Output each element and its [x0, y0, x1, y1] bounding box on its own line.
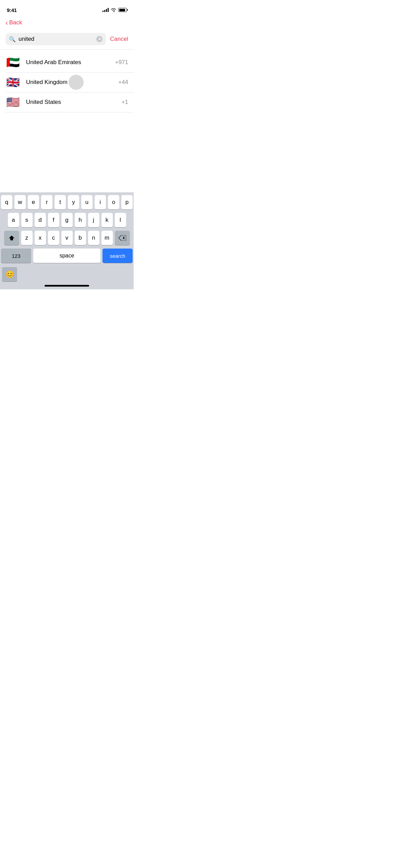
signal-icon [102, 8, 109, 12]
country-code-uk: +44 [118, 79, 128, 86]
search-key[interactable]: search [102, 249, 133, 263]
back-label: Back [9, 19, 22, 26]
search-area: 🔍 ✕ Cancel [0, 30, 134, 48]
back-button[interactable]: ‹ Back [5, 19, 22, 27]
cancel-button[interactable]: Cancel [110, 36, 128, 43]
keyboard: q w e r t y u i o p a s d f g h j k l z … [0, 192, 134, 289]
country-item-uae[interactable]: 🇦🇪 United Arab Emirates +971 [0, 52, 134, 72]
flag-us: 🇺🇸 [5, 97, 21, 108]
country-name-uae: United Arab Emirates [26, 59, 110, 66]
delete-icon [119, 235, 126, 241]
delete-key[interactable] [115, 231, 130, 245]
key-h[interactable]: h [75, 213, 86, 227]
key-u[interactable]: u [81, 195, 93, 209]
flag-uk: 🇬🇧 [5, 77, 21, 88]
search-divider [0, 49, 134, 50]
key-y[interactable]: y [68, 195, 79, 209]
keyboard-row-1: q w e r t y u i o p [1, 195, 133, 209]
key-o[interactable]: o [108, 195, 119, 209]
key-n[interactable]: n [88, 231, 99, 245]
key-j[interactable]: j [88, 213, 99, 227]
key-c[interactable]: c [48, 231, 59, 245]
battery-icon [118, 8, 127, 12]
shift-icon [8, 234, 15, 241]
key-e[interactable]: e [28, 195, 39, 209]
key-k[interactable]: k [101, 213, 113, 227]
keyboard-row-2: a s d f g h j k l [1, 213, 133, 227]
key-l[interactable]: l [115, 213, 126, 227]
nav-bar: ‹ Back [0, 15, 134, 30]
key-g[interactable]: g [61, 213, 73, 227]
status-bar: 9:41 [0, 0, 134, 15]
key-z[interactable]: z [21, 231, 33, 245]
emoji-icon: 😊 [5, 270, 14, 278]
keyboard-row-5: 😊 [1, 267, 133, 281]
country-name-uk: United Kingdom [26, 79, 113, 86]
key-b[interactable]: b [75, 231, 86, 245]
search-container: 🔍 ✕ [5, 33, 106, 45]
search-magnifier-icon: 🔍 [9, 36, 16, 43]
search-clear-button[interactable]: ✕ [96, 36, 102, 42]
numbers-key[interactable]: 123 [1, 249, 31, 263]
key-q[interactable]: q [1, 195, 12, 209]
key-d[interactable]: d [35, 213, 46, 227]
shift-key[interactable] [4, 231, 19, 245]
key-x[interactable]: x [35, 231, 46, 245]
country-item-uk[interactable]: 🇬🇧 United Kingdom +44 [0, 72, 134, 92]
wifi-icon [111, 8, 116, 12]
key-i[interactable]: i [95, 195, 106, 209]
key-w[interactable]: w [14, 195, 26, 209]
key-r[interactable]: r [41, 195, 52, 209]
flag-uae: 🇦🇪 [5, 57, 21, 68]
country-item-us[interactable]: 🇺🇸 United States +1 [0, 92, 134, 112]
key-p[interactable]: p [121, 195, 133, 209]
country-name-us: United States [26, 99, 116, 106]
key-m[interactable]: m [101, 231, 113, 245]
key-f[interactable]: f [48, 213, 59, 227]
status-time: 9:41 [7, 7, 17, 13]
status-icons [102, 8, 127, 12]
country-code-uae: +971 [115, 59, 128, 66]
keyboard-row-4: 123 space search [1, 249, 133, 266]
country-list: 🇦🇪 United Arab Emirates +971 🇬🇧 United K… [0, 52, 134, 112]
key-a[interactable]: a [8, 213, 19, 227]
home-indicator [45, 285, 89, 287]
emoji-key[interactable]: 😊 [2, 267, 17, 281]
keyboard-row-3: z x c v b n m [1, 231, 133, 245]
key-s[interactable]: s [21, 213, 33, 227]
country-code-us: +1 [122, 99, 128, 106]
space-key[interactable]: space [33, 249, 100, 263]
back-chevron-icon: ‹ [5, 19, 8, 27]
key-t[interactable]: t [54, 195, 66, 209]
key-v[interactable]: v [61, 231, 73, 245]
search-input[interactable] [19, 36, 94, 43]
